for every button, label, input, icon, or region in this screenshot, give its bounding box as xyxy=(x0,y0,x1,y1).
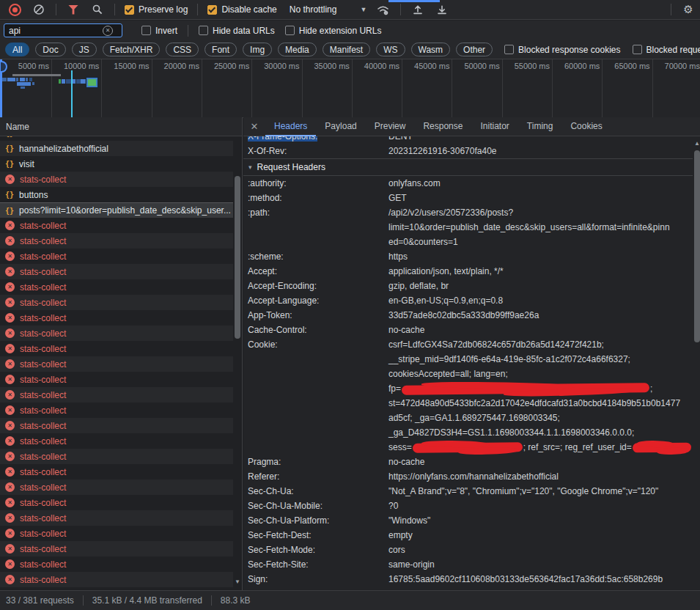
header-row: Referer:https://onlyfans.com/hannaheliza… xyxy=(243,469,693,484)
request-row[interactable]: {}visit xyxy=(0,156,233,172)
request-row[interactable]: ✕stats-collect xyxy=(0,541,233,556)
timeline-overview[interactable]: 5000 ms10000 ms15000 ms20000 ms25000 ms3… xyxy=(0,59,700,118)
resources-size: 88.3 kB xyxy=(221,595,251,606)
type-filter-other[interactable]: Other xyxy=(456,43,493,56)
export-har-icon[interactable] xyxy=(435,2,449,17)
request-row[interactable]: ✕stats-collect xyxy=(0,295,233,310)
scrollbar-thumb[interactable] xyxy=(235,176,240,339)
preserve-log-checkbox[interactable]: Preserve log xyxy=(125,4,188,15)
search-icon[interactable] xyxy=(90,2,105,17)
details-scrollbar[interactable]: ▲ ▼ xyxy=(693,136,700,610)
tab-initiator[interactable]: Initiator xyxy=(471,117,517,136)
timeline-tick-label: 65000 ms xyxy=(595,62,650,70)
type-filter-doc[interactable]: Doc xyxy=(35,43,65,56)
request-row[interactable]: {}hannahelizabethofficial xyxy=(0,141,233,156)
scroll-up-icon[interactable]: ▲ xyxy=(693,139,700,148)
tab-headers[interactable]: Headers xyxy=(265,117,316,136)
type-filter-manifest[interactable]: Manifest xyxy=(323,43,370,56)
request-headers-section[interactable]: ▾Request Headers xyxy=(243,158,693,176)
error-icon: ✕ xyxy=(5,421,15,430)
header-name: Sign: xyxy=(248,572,388,587)
request-row[interactable]: {}buttons xyxy=(0,187,233,202)
waterfall-bar xyxy=(32,82,34,85)
header-row: Sec-Fetch-Site:same-origin xyxy=(243,557,693,572)
header-name-text: X-Of-Rev: xyxy=(248,146,287,156)
header-value: no-cache xyxy=(388,323,424,337)
type-filter-ws[interactable]: WS xyxy=(376,43,405,56)
request-row[interactable]: ✕stats-collect xyxy=(0,418,233,433)
request-row[interactable]: ✕stats-collect xyxy=(0,403,233,418)
request-row[interactable]: ✕stats-collect xyxy=(0,510,233,526)
tab-cookies[interactable]: Cookies xyxy=(561,117,611,136)
request-row[interactable]: ✕stats-collect xyxy=(0,172,233,187)
request-row[interactable]: ✕stats-collect xyxy=(0,495,233,510)
page-highlight-strip xyxy=(388,0,440,2)
request-name: stats-collect xyxy=(20,298,66,308)
disable-cache-checkbox[interactable]: Disable cache xyxy=(207,4,276,15)
extra-filter-checkboxes: Blocked response cookiesBlocked requests… xyxy=(504,45,700,55)
header-name: :scheme: xyxy=(248,249,388,264)
request-row[interactable]: ✕stats-collect xyxy=(0,479,233,495)
tab-preview[interactable]: Preview xyxy=(366,117,415,136)
type-filter-media[interactable]: Media xyxy=(278,43,317,56)
settings-gear-icon[interactable]: ⚙ xyxy=(681,2,696,17)
hide-extension-urls-checkbox[interactable]: Hide extension URLs xyxy=(285,26,382,36)
request-row[interactable]: ✕stats-collect xyxy=(0,572,233,587)
request-row[interactable]: ✕stats-collect xyxy=(0,356,233,372)
type-filter-css[interactable]: CSS xyxy=(166,43,199,56)
type-filter-wasm[interactable]: Wasm xyxy=(411,43,451,56)
name-column-header[interactable]: Name xyxy=(0,117,242,136)
clear-icon[interactable] xyxy=(32,2,46,17)
network-conditions-icon[interactable] xyxy=(376,2,391,17)
tab-response[interactable]: Response xyxy=(414,117,471,136)
request-row[interactable]: ✕stats-collect xyxy=(0,556,233,572)
request-name: stats-collect xyxy=(20,559,66,570)
header-value: GET xyxy=(388,191,407,205)
request-row[interactable]: ✕stats-collect xyxy=(0,341,233,356)
record-icon[interactable] xyxy=(7,2,22,17)
blocked-requests-checkbox[interactable]: Blocked requests xyxy=(633,45,700,55)
request-row[interactable]: ✕stats-collect xyxy=(0,218,233,233)
header-name: Pragma: xyxy=(248,455,388,469)
tab-timing[interactable]: Timing xyxy=(518,117,562,136)
type-filter-fetch-xhr[interactable]: Fetch/XHR xyxy=(103,43,161,56)
request-list-scrollbar[interactable]: ▲ ▼ xyxy=(233,117,242,590)
request-row[interactable]: ✕stats-collect xyxy=(0,433,233,449)
header-value: "Not_A Brand";v="8", "Chromium";v="120",… xyxy=(388,484,658,499)
import-har-icon[interactable] xyxy=(410,2,425,17)
type-filter-all[interactable]: All xyxy=(5,43,29,56)
request-row[interactable]: ✕stats-collect xyxy=(0,264,233,279)
scrollbar-thumb[interactable] xyxy=(694,150,700,342)
close-icon[interactable]: ✕ xyxy=(243,121,265,132)
request-row[interactable]: ✕stats-collect xyxy=(0,310,233,326)
request-row[interactable]: ✕stats-collect xyxy=(0,449,233,464)
request-row[interactable]: ✕stats-collect xyxy=(0,387,233,403)
blocked-response-cookies-checkbox[interactable]: Blocked response cookies xyxy=(504,45,620,55)
clear-filter-icon[interactable]: ✕ xyxy=(103,26,113,36)
type-filter-img[interactable]: Img xyxy=(243,43,272,56)
invert-checkbox[interactable]: Invert xyxy=(141,26,177,36)
waterfall-bar xyxy=(26,78,28,81)
hide-data-urls-checkbox[interactable]: Hide data URLs xyxy=(199,26,275,36)
request-row[interactable]: ✕stats-collect xyxy=(0,372,233,387)
request-row[interactable]: ✕stats-collect xyxy=(0,233,233,249)
request-row[interactable]: ✕stats-collect xyxy=(0,526,233,541)
throttling-select[interactable]: No throttling ▼ xyxy=(290,4,367,15)
error-icon: ✕ xyxy=(5,513,15,523)
type-filter-font[interactable]: Font xyxy=(205,43,237,56)
request-row[interactable]: ✕stats-collect xyxy=(0,326,233,341)
header-name-text: Sec-Fetch-Site: xyxy=(248,559,309,570)
request-name: stats-collect xyxy=(20,421,66,431)
timeline-tick-label: 5000 ms xyxy=(0,62,49,70)
tab-payload[interactable]: Payload xyxy=(316,117,365,136)
filter-icon[interactable] xyxy=(66,2,81,17)
request-row[interactable]: ✕stats-collect xyxy=(0,279,233,295)
filter-bar-divider xyxy=(188,25,188,37)
request-row[interactable]: ✕stats-collect xyxy=(0,464,233,479)
scroll-down-icon[interactable]: ▼ xyxy=(233,578,242,587)
filter-input[interactable] xyxy=(4,26,103,36)
request-row[interactable]: ✕stats-collect xyxy=(0,249,233,264)
request-row[interactable]: {}posts?limit=10&order=publish_date_desc… xyxy=(0,202,233,218)
request-name: stats-collect xyxy=(20,529,66,539)
type-filter-js[interactable]: JS xyxy=(72,43,97,56)
